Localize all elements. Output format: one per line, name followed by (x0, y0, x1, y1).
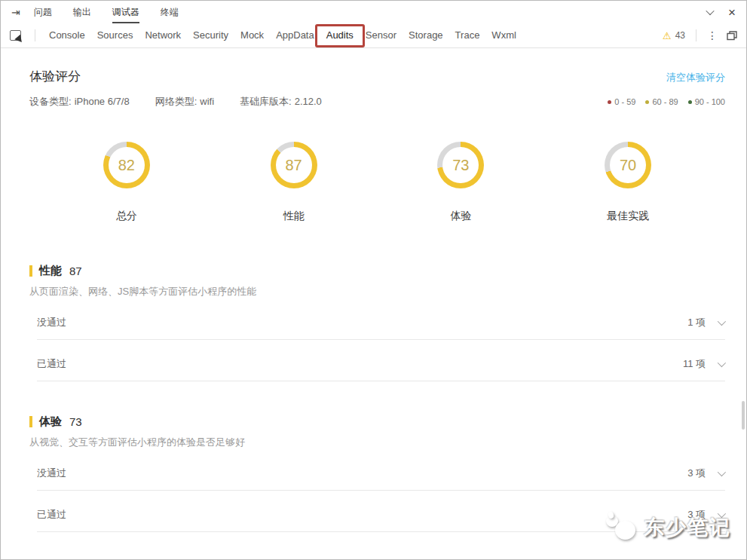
red-dot-icon (608, 100, 611, 104)
gauge-label: 性能 (283, 210, 305, 223)
row-right: 11 项 (683, 357, 724, 371)
clear-scores-link[interactable]: 清空体验评分 (666, 71, 725, 84)
device-type: 设备类型:iPhone 6/7/8 (29, 95, 130, 109)
gauge-ring: 87 (271, 142, 317, 188)
tab-trace[interactable]: Trace (449, 23, 486, 47)
tab-network[interactable]: Network (139, 23, 187, 47)
network-type: 网络类型:wifi (155, 95, 214, 109)
gauge-label: 总分 (116, 210, 137, 223)
device-type-value: iPhone 6/7/8 (75, 96, 130, 107)
gauge-label: 最佳实践 (607, 210, 649, 223)
network-type-label: 网络类型: (155, 96, 197, 107)
warning-icon: ⚠ (663, 30, 672, 41)
legend-item-red: 0 - 59 (608, 97, 635, 106)
legend-range: 60 - 89 (652, 97, 678, 106)
gauge-score: 87 (286, 157, 302, 174)
window-controls: × (707, 1, 736, 23)
row-count: 3 项 (687, 508, 706, 522)
warning-badge[interactable]: ⚠ 43 (663, 30, 685, 41)
gauge-label: 体验 (450, 210, 471, 223)
row-count: 11 项 (683, 357, 706, 371)
chevron-down-icon[interactable] (718, 510, 726, 518)
gauge-ring: 70 (605, 142, 651, 188)
section-name: 体验 (39, 415, 62, 429)
section-score: 87 (69, 265, 82, 277)
legend-item-green: 90 - 100 (688, 97, 725, 106)
chevron-down-icon[interactable] (718, 359, 726, 367)
tab-audits[interactable]: Audits (320, 23, 360, 47)
chevron-down-icon[interactable] (706, 7, 714, 15)
scrollbar-thumb[interactable] (742, 401, 745, 430)
legend-range: 0 - 59 (614, 97, 635, 106)
row-performance-failed[interactable]: 没通过 1 项 (37, 298, 725, 340)
page-title: 体验评分 (29, 68, 81, 85)
gauge-ring: 73 (437, 142, 484, 188)
more-options-icon[interactable]: ⋮ (707, 29, 718, 41)
tab-sensor[interactable]: Sensor (360, 23, 403, 47)
gauge-performance: 87 性能 (210, 142, 378, 223)
close-icon[interactable]: × (728, 6, 736, 19)
toolbar-divider (35, 29, 35, 41)
row-label: 已通过 (37, 357, 66, 371)
gauge-score: 70 (620, 157, 636, 174)
row-right: 3 项 (687, 508, 724, 522)
toolbar-divider (696, 29, 696, 41)
section-heading: 体验 73 (29, 415, 725, 429)
device-type-label: 设备类型: (29, 96, 72, 107)
tab-storage[interactable]: Storage (403, 23, 449, 47)
base-lib-label: 基础库版本: (240, 96, 292, 107)
audits-panel: 体验评分 清空体验评分 设备类型:iPhone 6/7/8 网络类型:wifi … (1, 68, 746, 532)
yellow-bar-icon (29, 416, 32, 427)
tab-wxml[interactable]: Wxml (485, 23, 522, 47)
gauge-experience: 73 体验 (378, 142, 545, 223)
tab-problems[interactable]: 问题 (34, 1, 52, 23)
score-legend: 0 - 59 60 - 89 90 - 100 (608, 97, 725, 106)
devtools-tabs: Console Sources Network Security Mock Ap… (43, 23, 522, 47)
tab-terminal[interactable]: 终端 (161, 1, 179, 23)
section-experience: 体验 73 从视觉、交互等方面评估小程序的体验是否足够好 没通过 3 项 已通过… (29, 415, 725, 532)
score-gauges: 82 总分 87 性能 73 体验 70 最佳实践 (29, 142, 725, 223)
legend-item-yellow: 60 - 89 (645, 97, 678, 106)
panel-tabs: 问题 输出 调试器 终端 (34, 1, 179, 23)
tab-security[interactable]: Security (187, 23, 234, 47)
row-label: 没通过 (37, 316, 66, 329)
tab-debugger[interactable]: 调试器 (112, 1, 139, 23)
devtools-toolbar: Console Sources Network Security Mock Ap… (1, 23, 746, 48)
gauge-ring: 82 (103, 142, 150, 188)
gauge-score: 82 (118, 157, 135, 174)
row-performance-passed[interactable]: 已通过 11 项 (37, 340, 725, 381)
tab-appdata[interactable]: AppData (270, 23, 320, 47)
row-label: 没通过 (37, 467, 66, 480)
section-heading: 性能 87 (29, 264, 725, 278)
gauge-total: 82 总分 (43, 142, 210, 223)
tab-mock[interactable]: Mock (234, 23, 270, 47)
section-description: 从页面渲染、网络、JS脚本等方面评估小程序的性能 (29, 285, 725, 298)
base-lib-value: 2.12.0 (295, 96, 322, 107)
network-type-value: wifi (200, 96, 214, 107)
section-performance: 性能 87 从页面渲染、网络、JS脚本等方面评估小程序的性能 没通过 1 项 已… (29, 264, 725, 381)
chevron-down-icon[interactable] (718, 468, 726, 476)
gauge-best-practices: 70 最佳实践 (544, 142, 712, 223)
row-experience-failed[interactable]: 没通过 3 项 (37, 449, 725, 491)
gauge-score: 73 (452, 157, 469, 174)
row-count: 1 项 (687, 316, 706, 329)
undock-icon[interactable] (727, 31, 737, 41)
tab-sources[interactable]: Sources (91, 23, 139, 47)
row-label: 已通过 (37, 508, 66, 522)
toolbar-right: ⚠ 43 ⋮ (663, 23, 737, 47)
tab-output[interactable]: 输出 (73, 1, 91, 23)
row-experience-passed[interactable]: 已通过 3 项 (37, 491, 725, 532)
section-description: 从视觉、交互等方面评估小程序的体验是否足够好 (29, 436, 725, 449)
meta-row: 设备类型:iPhone 6/7/8 网络类型:wifi 基础库版本:2.12.0… (29, 95, 725, 109)
legend-range: 90 - 100 (695, 97, 725, 106)
green-dot-icon (688, 100, 692, 104)
warning-count: 43 (675, 30, 685, 41)
base-lib-version: 基础库版本:2.12.0 (240, 95, 322, 109)
inspect-element-icon[interactable] (10, 30, 21, 41)
dock-icon[interactable]: ⇥ (11, 6, 20, 18)
audits-header: 体验评分 清空体验评分 (29, 68, 725, 85)
section-score: 73 (69, 415, 82, 428)
chevron-down-icon[interactable] (718, 317, 726, 326)
tab-console[interactable]: Console (43, 23, 91, 47)
section-name: 性能 (39, 264, 62, 278)
